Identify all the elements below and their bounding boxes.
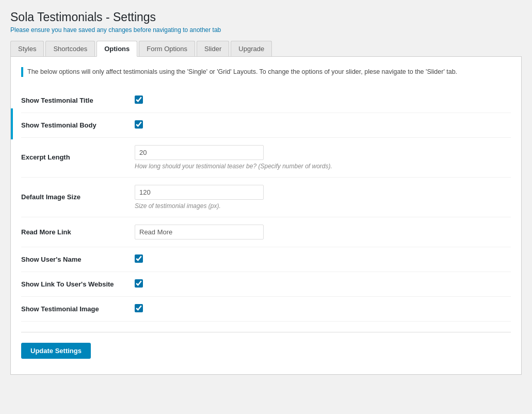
table-row: Show Testimonial Title xyxy=(21,88,511,113)
table-row: Excerpt Length How long should your test… xyxy=(21,137,511,177)
tab-slider[interactable]: Slider xyxy=(197,41,229,56)
divider xyxy=(21,332,511,332)
table-row: Show Testimonial Body xyxy=(21,113,511,137)
page-title: Sola Testimonials - Settings xyxy=(10,10,522,24)
tab-upgrade[interactable]: Upgrade xyxy=(231,41,272,56)
control-show-testimonial-title xyxy=(135,88,511,113)
label-default-image-size: Default Image Size xyxy=(21,177,135,217)
page-wrapper: Sola Testimonials - Settings Please ensu… xyxy=(0,0,532,414)
sidebar-indicator xyxy=(11,108,13,139)
control-show-testimonial-body xyxy=(135,113,511,137)
label-show-link-to-users-website: Show Link To User's Website xyxy=(21,272,135,296)
tab-options[interactable]: Options xyxy=(96,41,137,57)
settings-table: Show Testimonial Title Show Testimonial … xyxy=(21,88,511,322)
control-show-testimonial-image xyxy=(135,296,511,321)
control-read-more-link xyxy=(135,217,511,247)
table-row: Default Image Size Size of testimonial i… xyxy=(21,177,511,217)
control-excerpt-length: How long should your testimonial teaser … xyxy=(135,137,511,177)
label-show-testimonial-title: Show Testimonial Title xyxy=(21,88,135,113)
table-row: Read More Link xyxy=(21,217,511,247)
tab-form-options[interactable]: Form Options xyxy=(139,41,195,56)
hint-excerpt-length: How long should your testimonial teaser … xyxy=(135,163,511,170)
tabs-nav: Styles Shortcodes Options Form Options S… xyxy=(10,41,522,57)
control-show-link-to-users-website xyxy=(135,272,511,296)
content-area: The below options will only affect testi… xyxy=(10,57,522,375)
checkbox-show-link-to-users-website[interactable] xyxy=(135,279,143,288)
label-read-more-link: Read More Link xyxy=(21,217,135,247)
tab-styles[interactable]: Styles xyxy=(10,41,44,56)
page-subtitle: Please ensure you have saved any changes… xyxy=(10,26,522,34)
label-show-testimonial-image: Show Testimonial Image xyxy=(21,296,135,321)
checkbox-show-testimonial-title[interactable] xyxy=(135,95,143,104)
checkbox-show-testimonial-body[interactable] xyxy=(135,120,143,129)
label-show-testimonial-body: Show Testimonial Body xyxy=(21,113,135,137)
checkbox-show-testimonial-image[interactable] xyxy=(135,304,143,312)
control-show-users-name xyxy=(135,247,511,272)
input-default-image-size[interactable] xyxy=(135,185,264,200)
update-settings-button[interactable]: Update Settings xyxy=(21,343,91,359)
hint-default-image-size: Size of testimonial images (px). xyxy=(135,202,511,210)
info-text: The below options will only affect testi… xyxy=(21,67,511,77)
checkbox-show-users-name[interactable] xyxy=(135,254,143,263)
label-show-users-name: Show User's Name xyxy=(21,247,135,272)
control-default-image-size: Size of testimonial images (px). xyxy=(135,177,511,217)
input-excerpt-length[interactable] xyxy=(135,145,264,160)
tab-shortcodes[interactable]: Shortcodes xyxy=(45,41,95,56)
label-excerpt-length: Excerpt Length xyxy=(21,137,135,177)
table-row: Show Testimonial Image xyxy=(21,296,511,321)
input-read-more-link[interactable] xyxy=(135,225,264,240)
table-row: Show User's Name xyxy=(21,247,511,272)
table-row: Show Link To User's Website xyxy=(21,272,511,296)
